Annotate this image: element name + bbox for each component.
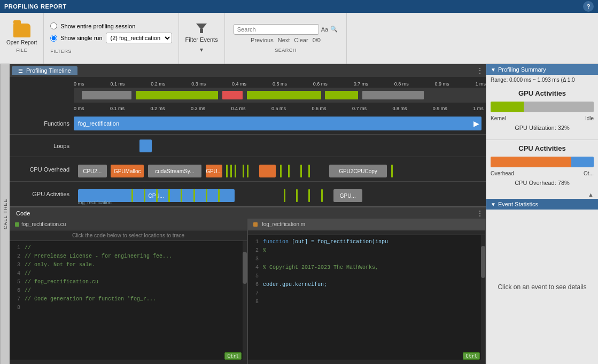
gpu-thin-2	[144, 189, 145, 202]
code-line: 4//	[10, 269, 243, 277]
mini-overview[interactable]	[74, 88, 486, 103]
search-row: Aa 🔍	[234, 24, 338, 35]
call-tree-panel: CALL TREE	[0, 64, 10, 364]
gpu-block[interactable]: GPU...	[206, 165, 222, 177]
cpu-other-bar	[571, 157, 594, 167]
expand-arrow: ▶	[473, 119, 479, 128]
filter-events-label[interactable]: Filter Events	[185, 36, 218, 43]
gpu2cpucopy-block[interactable]: GPU2CPUCopy	[329, 165, 387, 177]
gpu-tooltip-label: fog_rectification	[78, 200, 112, 205]
collapse-summary-button[interactable]: ▲	[486, 190, 598, 199]
ctrl-badge-right: Ctrl	[463, 352, 480, 359]
thin-bar-8	[300, 165, 302, 177]
thin-bar-10	[391, 165, 393, 177]
code-line: 2%	[248, 246, 481, 254]
stats-chevron: ▼	[491, 202, 496, 207]
thin-bar-3	[235, 165, 236, 177]
gpu-thin-11	[308, 189, 310, 202]
code-file-right: fog_rectification.m 1function [out] = fo…	[247, 219, 486, 364]
radio-single-run[interactable]	[50, 35, 57, 42]
m-file-name: fog_rectification.m	[262, 221, 305, 227]
time-ruler-inner-top: 0 ms 0.1 ms 0.2 ms 0.3 ms 0.4 ms 0.5 ms …	[74, 81, 486, 87]
gpu-bar-labels: Kernel Idle	[491, 115, 594, 121]
mini-bar-2	[136, 91, 218, 100]
search-section: Aa 🔍 Previous Next Clear 0/0 SEARCH	[225, 13, 347, 64]
event-statistics-label: Event Statistics	[498, 201, 538, 207]
gpu-activities-content[interactable]: CPU... GPU...	[74, 182, 486, 206]
profiling-timeline-tab[interactable]: ☰ Profiling Timeline	[12, 66, 77, 75]
previous-button[interactable]: Previous	[251, 37, 274, 43]
gpu-block2[interactable]	[259, 165, 276, 177]
gpu-activities-title: GPU Activities	[491, 89, 594, 97]
search-icon-button[interactable]: 🔍	[330, 26, 338, 33]
time-ruler-bottom: 0 ms 0.1 ms 0.2 ms 0.3 ms 0.4 ms 0.5 ms …	[10, 103, 486, 112]
match-case-button[interactable]: Aa	[321, 26, 328, 33]
gpu-block3[interactable]: GPU...	[333, 189, 362, 202]
code-file-left: fog_rectification.cu Click the code belo…	[10, 219, 247, 364]
summary-chevron: ▼	[491, 67, 496, 73]
event-statistics-header[interactable]: ▼ Event Statistics	[486, 199, 598, 210]
cpu2-block[interactable]: CPU2...	[78, 165, 107, 177]
cpu-overhead-content[interactable]: CPU2... GPUMalloc cudaStreamSy... GPU...	[74, 157, 486, 181]
file-section-label: FILE	[16, 48, 27, 53]
gpumalloc-block[interactable]: GPUMalloc	[111, 165, 144, 177]
mini-bar-4	[247, 91, 321, 100]
main-layout: CALL TREE ☰ Profiling Timeline ⋮ 0 ms 0.…	[0, 64, 598, 364]
gpu-thin-5	[181, 189, 182, 202]
run-dropdown[interactable]: (2) fog_rectification	[106, 33, 172, 43]
loop-block[interactable]	[139, 140, 152, 152]
functions-content[interactable]: fog_rectification ▶	[74, 112, 486, 134]
search-count: 0/0	[313, 37, 321, 43]
loops-content[interactable]	[74, 135, 486, 157]
thin-bar-4	[243, 165, 244, 177]
code-line: 1//	[10, 243, 243, 252]
cpu-bar	[491, 157, 594, 167]
timeline-menu-button[interactable]: ⋮	[476, 66, 484, 75]
left-scrollbar[interactable]	[243, 241, 247, 360]
file-dot-cu	[15, 222, 19, 227]
open-report-icon[interactable]	[13, 24, 30, 37]
gpu-activities-section: GPU Activities Kernel Idle GPU Utilizati…	[486, 85, 598, 140]
search-section-label: SEARCH	[275, 48, 297, 53]
ctrl-badge-left: Ctrl	[224, 352, 242, 359]
filter-events-section: Filter Events ▾	[179, 13, 225, 64]
mini-bar-6	[362, 91, 424, 100]
clear-button[interactable]: Clear	[294, 37, 308, 43]
timeline-tab-label: Profiling Timeline	[26, 67, 71, 74]
filters-section: Show entire profiling session Show singl…	[44, 13, 178, 64]
code-line: 7// Code generation for function 'fog_r.…	[10, 295, 243, 303]
timeline-row-gpu: GPU Activities CPU...	[10, 182, 486, 206]
thin-bar-1	[226, 165, 228, 177]
left-h-scrollbar[interactable]	[10, 360, 247, 364]
cpu-overhead-label: CPU Overhead	[10, 166, 74, 173]
mini-bar-3	[222, 91, 243, 100]
code-lines-right[interactable]: 1function [out] = fog_rectification(inpu…	[248, 235, 481, 360]
cu-file-name: fog_rectification.cu	[21, 221, 66, 227]
next-button[interactable]: Next	[278, 37, 290, 43]
title-bar: PROFILING REPORT ?	[0, 0, 598, 13]
timeline-content: Functions fog_rectification ▶ Loops	[10, 112, 486, 206]
profiling-summary-label: Profiling Summary	[498, 66, 546, 73]
gpu-thin-4	[168, 189, 170, 202]
code-file-tab-m[interactable]: fog_rectification.m	[248, 219, 485, 230]
thin-bar-9	[308, 165, 310, 177]
gpu-idle-bar	[524, 102, 594, 112]
code-file-tab-cu[interactable]: fog_rectification.cu	[10, 219, 247, 230]
code-line: 1function [out] = fog_rectification(inpu	[248, 237, 481, 246]
code-lines-left[interactable]: 1// 2// Prerelease License - for enginee…	[10, 241, 243, 360]
radio-single-run-label: Show single run	[60, 35, 102, 41]
radio-entire-session[interactable]	[50, 22, 57, 29]
cpu-util-text: CPU Overhead: 78%	[491, 180, 594, 186]
profiling-summary-header[interactable]: ▼ Profiling Summary	[486, 64, 598, 75]
cudastreamsync-block[interactable]: cudaStreamSy...	[148, 165, 201, 177]
right-h-scrollbar[interactable]	[248, 360, 485, 364]
code-line: 6//	[10, 286, 243, 295]
right-scrollbar[interactable]	[481, 235, 485, 360]
open-report-label[interactable]: Open Report	[6, 40, 37, 45]
code-menu-button[interactable]: ⋮	[476, 209, 484, 218]
search-input[interactable]	[234, 24, 319, 35]
event-statistics-content: Click on an event to see details	[486, 210, 598, 364]
fog-rectification-block[interactable]: fog_rectification ▶	[74, 117, 481, 130]
help-button[interactable]: ?	[583, 1, 594, 12]
gpu-thin-9	[284, 189, 285, 202]
